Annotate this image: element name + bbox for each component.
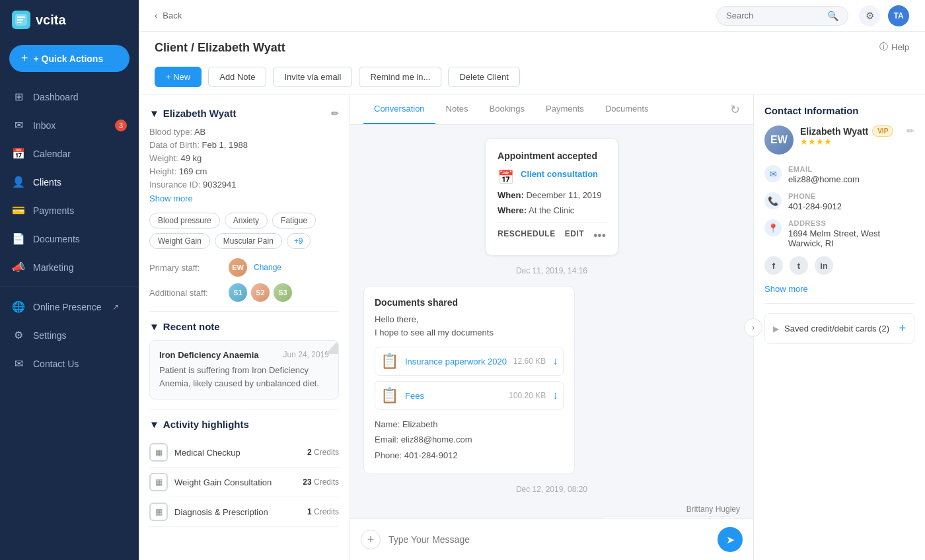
activity-credits-2: 23 Credits bbox=[303, 477, 339, 487]
tag-weight-gain[interactable]: Weight Gain bbox=[149, 233, 210, 249]
additional-staff-avatar-3: S3 bbox=[274, 283, 292, 302]
facebook-icon[interactable]: f bbox=[764, 256, 783, 275]
email-detail: ✉ Email eliz88@home.com bbox=[764, 165, 914, 184]
activity-credits-1: 2 Credits bbox=[307, 448, 339, 457]
tag-anxiety[interactable]: Anxiety bbox=[225, 213, 268, 228]
logo: vcita bbox=[0, 0, 139, 40]
send-icon: ➤ bbox=[726, 534, 735, 546]
delete-client-button[interactable]: Delete Client bbox=[448, 67, 519, 87]
contact-show-more[interactable]: Show more bbox=[764, 284, 914, 294]
saved-cards[interactable]: ▶ Saved credit/debit cards (2) + bbox=[764, 313, 914, 344]
twitter-icon[interactable]: t bbox=[790, 256, 808, 275]
settings-topbar-icon[interactable]: ⚙ bbox=[859, 5, 880, 26]
doc-file-name-2[interactable]: Fees bbox=[405, 391, 502, 401]
sidebar-item-online-presence[interactable]: 🌐 Online Presence ↗ bbox=[0, 293, 139, 321]
panel-toggle-button[interactable]: › bbox=[744, 318, 762, 337]
phone-detail: 📞 Phone 401-284-9012 bbox=[764, 192, 914, 211]
settings-icon: ⚙ bbox=[12, 329, 25, 341]
user-avatar-button[interactable]: TA bbox=[888, 5, 909, 26]
edit-appt-button[interactable]: EDIT bbox=[565, 229, 584, 243]
payment-sender: Brittany Hugley bbox=[686, 505, 740, 514]
docs-timestamp: Dec 12, 2019, 08:20 bbox=[363, 485, 740, 494]
online-presence-icon: 🌐 bbox=[12, 300, 25, 313]
edit-contact-icon[interactable]: ✏ bbox=[906, 125, 914, 136]
blood-type-field: Blood type: AB bbox=[149, 127, 339, 137]
tab-bookings[interactable]: Bookings bbox=[479, 94, 535, 124]
back-button[interactable]: ‹ Back bbox=[155, 11, 182, 20]
sidebar-item-documents[interactable]: 📄 Documents bbox=[0, 225, 139, 253]
activity-name-3: Diagnosis & Prescription bbox=[174, 507, 301, 517]
address-value: 1694 Melm Street, West Warwick, RI bbox=[788, 228, 914, 248]
send-button[interactable]: ➤ bbox=[718, 527, 743, 552]
appt-actions: RESCHEDULE EDIT ••• bbox=[498, 222, 606, 243]
note-title: Iron Deficiency Anaemia bbox=[159, 350, 259, 360]
add-note-button[interactable]: Add Note bbox=[208, 67, 266, 87]
tab-documents[interactable]: Documents bbox=[595, 94, 659, 124]
sidebar-item-label: Calendar bbox=[33, 149, 71, 159]
add-card-icon[interactable]: + bbox=[899, 322, 906, 335]
tag-more[interactable]: +9 bbox=[287, 233, 311, 249]
new-button[interactable]: + New bbox=[155, 67, 202, 87]
more-actions-button[interactable]: ••• bbox=[593, 229, 606, 243]
logo-icon bbox=[12, 11, 30, 29]
inbox-badge: 3 bbox=[115, 120, 127, 131]
sidebar-item-marketing[interactable]: 📣 Marketing bbox=[0, 253, 139, 281]
sidebar-nav: ⊞ Dashboard ✉ Inbox 3 📅 Calendar 👤 Clien… bbox=[0, 83, 139, 560]
appt-link[interactable]: Client consultation bbox=[521, 169, 598, 179]
remind-button[interactable]: Remind me in... bbox=[359, 67, 441, 87]
client-info-section-header[interactable]: ▼ Elizabeth Wyatt ✏ bbox=[149, 108, 339, 119]
additional-staff-row: Additional staff: S1 S2 S3 bbox=[149, 283, 339, 302]
insurance-field: Insurance ID: 9032941 bbox=[149, 180, 339, 190]
sidebar-item-calendar[interactable]: 📅 Calendar bbox=[0, 139, 139, 168]
sidebar-item-payments[interactable]: 💳 Payments bbox=[0, 196, 139, 225]
reschedule-button[interactable]: RESCHEDULE bbox=[498, 229, 556, 243]
tab-payments[interactable]: Payments bbox=[535, 94, 595, 124]
sidebar-item-contact-us[interactable]: ✉ Contact Us bbox=[0, 349, 139, 378]
sidebar-item-dashboard[interactable]: ⊞ Dashboard bbox=[0, 83, 139, 111]
change-staff-link[interactable]: Change bbox=[254, 263, 281, 272]
appt-timestamp: Dec 11, 2019, 14:16 bbox=[363, 266, 740, 275]
attach-button[interactable]: + bbox=[361, 530, 381, 549]
section-collapse-icon: ▼ bbox=[149, 108, 159, 119]
contact-name: Elizabeth Wyatt bbox=[800, 126, 868, 137]
tag-muscular-pain[interactable]: Muscular Pain bbox=[215, 233, 282, 249]
activity-section-header[interactable]: ▼ Activity highlights bbox=[149, 419, 339, 430]
topbar-right: 🔍 ⚙ TA bbox=[716, 5, 909, 26]
appt-title: Appointment accepted bbox=[498, 151, 606, 161]
tab-notes[interactable]: Notes bbox=[435, 94, 479, 124]
sidebar-item-inbox[interactable]: ✉ Inbox 3 bbox=[0, 111, 139, 139]
show-more-link[interactable]: Show more bbox=[149, 193, 339, 203]
refresh-icon[interactable]: ↻ bbox=[730, 102, 740, 117]
edit-client-icon[interactable]: ✏ bbox=[331, 108, 339, 119]
section-collapse-icon: ▼ bbox=[149, 321, 159, 332]
sidebar-item-clients[interactable]: 👤 Clients bbox=[0, 168, 139, 196]
recent-note-section-header[interactable]: ▼ Recent note bbox=[149, 321, 339, 332]
activity-icon-2: ▦ bbox=[149, 473, 168, 491]
activity-item-1: ▦ Medical Checkup 2 Credits bbox=[149, 438, 339, 468]
breadcrumb: Client / Elizabeth Wyatt bbox=[155, 41, 520, 55]
sidebar-item-label: Online Presence bbox=[33, 302, 102, 312]
search-box[interactable]: 🔍 bbox=[716, 6, 848, 26]
tag-blood-pressure[interactable]: Blood pressure bbox=[149, 213, 220, 228]
message-input[interactable] bbox=[388, 534, 710, 545]
download-icon-1[interactable]: ↓ bbox=[552, 355, 558, 367]
invite-email-button[interactable]: Invite via email bbox=[273, 67, 352, 87]
search-input[interactable] bbox=[726, 11, 822, 20]
phone-icon: 📞 bbox=[764, 192, 782, 209]
linkedin-icon[interactable]: in bbox=[815, 256, 833, 275]
additional-staff-avatar-2: S2 bbox=[251, 283, 270, 302]
tab-conversation[interactable]: Conversation bbox=[363, 94, 435, 124]
quick-actions-button[interactable]: + + Quick Actions bbox=[9, 45, 130, 72]
download-icon-2[interactable]: ↓ bbox=[552, 390, 558, 402]
doc-file-name-1[interactable]: Insurance paperwork 2020 bbox=[405, 357, 507, 367]
tabs-bar: Conversation Notes Bookings Payments Doc… bbox=[350, 94, 753, 125]
sidebar-item-settings[interactable]: ⚙ Settings bbox=[0, 321, 139, 349]
sidebar-item-label: Marketing bbox=[33, 262, 73, 273]
help-button[interactable]: ⓘ Help bbox=[879, 41, 909, 53]
tag-fatigue[interactable]: Fatigue bbox=[272, 213, 316, 228]
email-value: eliz88@home.com bbox=[788, 174, 914, 184]
phone-value: 401-284-9012 bbox=[788, 201, 914, 211]
activity-item-2: ▦ Weight Gain Consultation 23 Credits bbox=[149, 468, 339, 497]
file-icon-2: 📋 bbox=[381, 387, 398, 404]
note-date: Jun 24, 2019 bbox=[283, 350, 329, 360]
